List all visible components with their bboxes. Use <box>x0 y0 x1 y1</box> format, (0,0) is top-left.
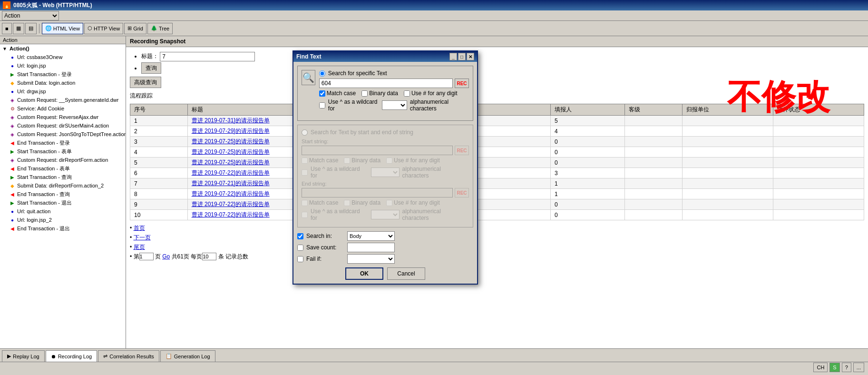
advanced-search-btn[interactable]: 高级查询 <box>130 77 161 88</box>
tree-item-custom1[interactable]: ◈ Custom Request: __System.generateId.dw… <box>0 96 126 104</box>
start-wildcard-check[interactable] <box>302 169 308 176</box>
end-wildcard-select[interactable] <box>371 210 400 219</box>
tab-correlation[interactable]: ⇌ Correlation Results <box>98 350 159 362</box>
save-count-input[interactable] <box>347 243 395 252</box>
service-icon-1: ⚙ <box>9 105 16 112</box>
end-match-case[interactable] <box>302 200 308 206</box>
tree-item-url3[interactable]: ● Url: drgw.jsp <box>0 87 126 96</box>
wildcard-select[interactable] <box>382 100 407 110</box>
end-rec-btn[interactable]: REC <box>455 188 469 197</box>
use-hash-check[interactable] <box>404 90 410 97</box>
dialog-minimize-btn[interactable]: _ <box>449 53 457 60</box>
tree-item-trans1[interactable]: ▶ Start Transaction - 登录 <box>0 70 126 79</box>
tree-item-custom2[interactable]: ◈ Custom Request: ReverseAjax.dwr <box>0 113 126 121</box>
help-btn[interactable]: ? <box>842 363 851 372</box>
table-row[interactable]: 2 曹进 2019-07-29]的请示报告单 2019-07-29 4 <box>130 126 864 137</box>
search-text-input[interactable] <box>319 79 453 88</box>
cell-num: 10 <box>130 210 188 220</box>
table-row[interactable]: 8 曹进 2019-07-22]的请示报告单 2019-07-22 1 <box>130 189 864 199</box>
table-row[interactable]: 6 曹进 2019-07-22]的请示报告单 2019-07-22 3 <box>130 168 864 178</box>
search-specific-radio[interactable] <box>319 70 325 77</box>
search-in-check[interactable] <box>297 233 303 239</box>
dialog-title: Find Text <box>296 53 321 60</box>
save-count-check[interactable] <box>297 245 303 251</box>
tree-view-btn[interactable]: 🌲 Tree <box>147 23 173 34</box>
tree-item-custom3[interactable]: ◈ Custom Request: dirSUserMain4.action <box>0 121 126 130</box>
last-page-link[interactable]: 尾页 <box>134 244 145 250</box>
url-icon-1: ● <box>9 53 16 61</box>
binary-data-check[interactable] <box>361 90 368 97</box>
tree-item-end3[interactable]: ◀ End Transaction - 查询 <box>0 190 126 198</box>
start-rec-btn[interactable]: REC <box>455 146 469 155</box>
tree-item-custom5[interactable]: ◈ Custom Request: dirReportForm.action <box>0 156 126 164</box>
start-hash[interactable] <box>386 158 392 164</box>
table-row[interactable]: 1 曹进 2019-07-31]的请示报告单 2019-07-31 5 <box>130 116 864 126</box>
tree-item-end4[interactable]: ◀ End Transaction - 退出 <box>0 224 126 233</box>
toolbar-view-btn3[interactable]: ▤ <box>25 23 37 34</box>
tree-item-trans2[interactable]: ▶ Start Transaction - 表单 <box>0 147 126 156</box>
tree-item-submit1[interactable]: ◆ Submit Data: login.action <box>0 79 126 87</box>
fail-if-check[interactable] <box>297 256 303 262</box>
html-view-btn[interactable]: 🌐 HTML View <box>42 23 83 34</box>
tree-item-submit2[interactable]: ◆ Submit Data: dirReportForm.action_2 <box>0 181 126 190</box>
toolbar-view-btn1[interactable]: ■ <box>2 23 12 34</box>
toolbar-view-btn2[interactable]: ▦ <box>13 23 24 34</box>
query-btn[interactable]: 查询 <box>141 62 161 74</box>
pagination: • 首页 • 下一页 • 尾页 • 第 页 Go 共61页 每页 条 记录总数 <box>130 224 864 261</box>
tree-item-url4[interactable]: ● Url: quit.action <box>0 207 126 216</box>
next-page-link[interactable]: 下一页 <box>134 234 151 241</box>
ch-btn[interactable]: CH <box>813 363 828 372</box>
go-link[interactable]: Go <box>162 253 170 260</box>
action-dropdown[interactable]: Action <box>2 11 59 20</box>
wildcard-check[interactable] <box>319 102 325 109</box>
table-row[interactable]: 3 曹进 2019-07-25]的请示报告单 2019-07-25 0 <box>130 137 864 147</box>
end-string-input[interactable] <box>302 188 453 197</box>
dialog-ok-btn[interactable]: OK <box>345 267 383 280</box>
per-page-input[interactable] <box>202 253 216 260</box>
title-filter-input[interactable] <box>160 52 255 61</box>
tab-recording[interactable]: ⏺ Recording Log <box>46 350 98 362</box>
end-binary[interactable] <box>344 200 350 206</box>
tab-replay[interactable]: ▶ Replay Log <box>2 350 45 362</box>
end-wildcard-check[interactable] <box>302 212 308 218</box>
fail-if-select[interactable]: Found Not Found <box>347 254 395 264</box>
s-btn[interactable]: S <box>829 363 839 372</box>
dialog-maximize-btn[interactable]: □ <box>458 53 466 60</box>
start-binary[interactable] <box>344 158 350 164</box>
table-row[interactable]: 5 曹进 2019-07-25]的请示报告单 2019-07-25 0 <box>130 158 864 168</box>
tree-item-end2[interactable]: ◀ End Transaction - 表单 <box>0 164 126 173</box>
search-in-select[interactable]: Body Header All <box>347 231 395 241</box>
app-icon: 🔥 <box>3 1 10 9</box>
dialog-close-btn[interactable]: ✕ <box>467 53 474 60</box>
start-wildcard-select[interactable] <box>371 168 400 177</box>
tree-item-url2[interactable]: ● Url: login.jsp <box>0 61 126 70</box>
dialog-cancel-btn[interactable]: Cancel <box>387 267 425 280</box>
search-starend-radio[interactable] <box>302 129 308 136</box>
search-rec-btn[interactable]: REC <box>455 79 469 88</box>
end-hash[interactable] <box>386 200 392 206</box>
http-view-btn[interactable]: ⬡ HTTP View <box>84 23 123 34</box>
tree-item-label-6: Custom Request: __System.generateId.dwr <box>17 97 118 103</box>
tree-item-service[interactable]: ⚙ Service: Add Cookie <box>0 104 126 113</box>
tree-item-trans3[interactable]: ▶ Start Transaction - 查询 <box>0 173 126 181</box>
search-input-row: REC <box>319 79 469 88</box>
tab-generation[interactable]: 📋 Generation Log <box>160 350 215 362</box>
first-page-link[interactable]: 首页 <box>134 225 145 231</box>
tree-root[interactable]: ▼ Action() <box>0 44 126 53</box>
grid-view-btn[interactable]: ⊞ Grid <box>124 23 146 34</box>
table-row[interactable]: 4 曹进 2019-07-25]的请示报告单 2019-07-25 0 <box>130 147 864 158</box>
cell-col7 <box>773 199 864 210</box>
table-row[interactable]: 10 曹进 2019-07-22]的请示报告单 2019-07-22 0 <box>130 210 864 220</box>
table-row[interactable]: 9 曹进 2019-07-22]的请示报告单 2019-07-22 0 <box>130 199 864 210</box>
match-case-check[interactable] <box>319 90 325 97</box>
tree-item-end1[interactable]: ◀ End Transaction - 登录 <box>0 138 126 147</box>
start-match-case[interactable] <box>302 158 308 164</box>
table-row[interactable]: 7 曹进 2019-07-21]的请示报告单 2019-07-21 1 <box>130 178 864 189</box>
tree-item-url1[interactable]: ● Url: cssbase3Onew <box>0 53 126 61</box>
more-btn[interactable]: ... <box>853 363 864 372</box>
start-string-input[interactable] <box>302 146 453 155</box>
tree-item-url5[interactable]: ● Url: login.jsp_2 <box>0 216 126 224</box>
page-number-input[interactable] <box>139 253 154 260</box>
tree-item-trans4[interactable]: ▶ Start Transaction - 退出 <box>0 198 126 207</box>
tree-item-custom4[interactable]: ◈ Custom Request: JsonS0rgToTDeptTree.ac… <box>0 130 126 138</box>
